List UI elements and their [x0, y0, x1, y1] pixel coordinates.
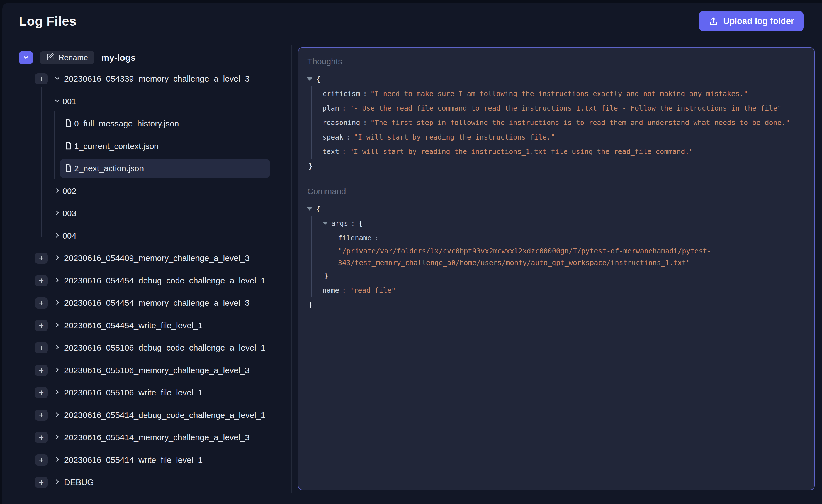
- add-button[interactable]: +: [35, 477, 48, 488]
- page-title: Log Files: [19, 14, 76, 29]
- tree-item-label: 001: [62, 97, 76, 106]
- chevron-right-icon[interactable]: [53, 456, 61, 464]
- tree-item-label: 20230616_055106_debug_code_challenge_a_l…: [64, 343, 265, 353]
- json-colon: :: [346, 133, 350, 141]
- tree-item-label: 20230616_054454_write_file_level_1: [64, 321, 202, 330]
- collapse-triangle-icon[interactable]: [322, 222, 328, 225]
- name-row: name : read_file: [322, 283, 806, 297]
- add-button[interactable]: +: [35, 297, 48, 309]
- add-button[interactable]: +: [35, 320, 48, 331]
- app-window: Log Files Upload log folder: [2, 3, 822, 504]
- json-entry-row: text:I will start by reading the instruc…: [322, 144, 806, 159]
- json-open-brace: {: [316, 205, 321, 213]
- tree-item-label: 1_current_context.json: [74, 141, 159, 151]
- json-value: /private/var/folders/lx/cvc0bpt93vx2mcwx…: [338, 247, 711, 255]
- chevron-right-icon[interactable]: [53, 321, 61, 330]
- tree-item-label: 002: [62, 186, 76, 196]
- add-button[interactable]: +: [35, 387, 48, 398]
- json-value: I need to make sure I am following the i…: [371, 90, 748, 98]
- filename-key-row: filename :: [338, 231, 806, 245]
- header: Log Files Upload log folder: [2, 3, 822, 40]
- tree-item-label: 20230616_054339_memory_challenge_a_level…: [64, 74, 250, 84]
- command-json-viewer: { args : { filename : /private/var/folde…: [307, 202, 806, 312]
- chevron-down-icon[interactable]: [53, 97, 61, 106]
- tree-file-row[interactable]: 2_next_action.json: [2, 157, 289, 180]
- file-icon: [64, 164, 73, 173]
- json-value: - Use the read_file command to read the …: [349, 104, 781, 112]
- tree-folder-row[interactable]: +20230616_054339_memory_challenge_a_leve…: [2, 68, 289, 90]
- tree-item-label: 20230616_055106_write_file_level_1: [64, 388, 202, 397]
- tree-file-row[interactable]: 0_full_message_history.json: [2, 112, 289, 135]
- json-close-row: }: [307, 297, 806, 312]
- upload-icon: [709, 16, 718, 26]
- add-button[interactable]: +: [35, 275, 48, 286]
- collapse-triangle-icon[interactable]: [307, 77, 312, 81]
- tree-folder-row[interactable]: 001: [2, 90, 289, 112]
- tree-folder-row[interactable]: +20230616_055414_debug_code_challenge_a_…: [2, 404, 289, 426]
- json-close-row: }: [307, 159, 806, 173]
- file-icon: [64, 119, 73, 129]
- json-entry-row: plan:- Use the read_file command to read…: [322, 101, 806, 115]
- add-button[interactable]: +: [35, 365, 48, 376]
- chevron-right-icon[interactable]: [53, 478, 61, 487]
- upload-log-folder-button[interactable]: Upload log folder: [699, 11, 804, 31]
- tree-folder-row[interactable]: 002: [2, 180, 289, 202]
- add-button[interactable]: +: [35, 410, 48, 421]
- add-button[interactable]: +: [35, 73, 48, 84]
- command-root-children: args : { filename : /private/var/folders…: [311, 216, 806, 297]
- chevron-right-icon[interactable]: [53, 433, 61, 442]
- collapse-triangle-icon[interactable]: [307, 207, 312, 211]
- tree-item-label: 20230616_054409_memory_challenge_a_level…: [64, 253, 250, 263]
- chevron-down-icon[interactable]: [53, 75, 61, 83]
- args-close-row: }: [322, 268, 806, 283]
- json-key: args: [331, 219, 348, 227]
- add-button[interactable]: +: [35, 432, 48, 443]
- json-close-brace: }: [324, 272, 328, 280]
- chevron-right-icon[interactable]: [53, 411, 61, 419]
- thoughts-entries: criticism:I need to make sure I am follo…: [311, 86, 806, 159]
- chevron-right-icon[interactable]: [53, 276, 61, 285]
- add-button[interactable]: +: [35, 454, 48, 466]
- chevron-right-icon[interactable]: [53, 388, 61, 397]
- tree-folder-row[interactable]: +20230616_055414_memory_challenge_a_leve…: [2, 426, 289, 449]
- chevron-right-icon[interactable]: [53, 344, 61, 352]
- tree-folder-row[interactable]: +DEBUG: [2, 471, 289, 493]
- tree-folder-row[interactable]: 003: [2, 202, 289, 224]
- chevron-right-icon[interactable]: [53, 209, 61, 218]
- tree-folder-row[interactable]: 004: [2, 225, 289, 247]
- chevron-right-icon[interactable]: [53, 254, 61, 263]
- chevron-right-icon[interactable]: [53, 366, 61, 375]
- chevron-right-icon[interactable]: [53, 187, 61, 195]
- tree-file-row[interactable]: 1_current_context.json: [2, 135, 289, 157]
- json-colon: :: [363, 119, 367, 127]
- filename-value-line: 343/test_memory_challenge_a0/home/users/…: [338, 257, 806, 268]
- tree-folder-row[interactable]: +20230616_054454_debug_code_challenge_a_…: [2, 270, 289, 292]
- detail-panel: Thoughts { criticism:I need to make sure…: [298, 47, 815, 490]
- json-value: 343/test_memory_challenge_a0/home/users/…: [338, 259, 690, 267]
- json-key: speak: [322, 133, 343, 141]
- chevron-right-icon[interactable]: [53, 231, 61, 240]
- tree-item-label: 0_full_message_history.json: [74, 119, 179, 128]
- tree-folder-row[interactable]: +20230616_054454_write_file_level_1: [2, 314, 289, 337]
- tree-item-label: 20230616_055414_write_file_level_1: [64, 455, 202, 465]
- add-button[interactable]: +: [35, 342, 48, 353]
- json-value: I will start by reading the instructions…: [354, 133, 555, 141]
- json-key: reasoning: [322, 119, 360, 127]
- tree-folder-row[interactable]: +20230616_055106_write_file_level_1: [2, 381, 289, 404]
- json-colon: :: [342, 286, 346, 294]
- json-key: text: [322, 148, 339, 156]
- chevron-right-icon[interactable]: [53, 299, 61, 307]
- add-button[interactable]: +: [35, 253, 48, 264]
- sidebar-panel-divider: [292, 45, 292, 493]
- tree-folder-row[interactable]: +20230616_055106_memory_challenge_a_leve…: [2, 359, 289, 381]
- tree-folder-row[interactable]: +20230616_055106_debug_code_challenge_a_…: [2, 337, 289, 359]
- tree-folder-row[interactable]: +20230616_054409_memory_challenge_a_leve…: [2, 247, 289, 269]
- json-close-brace: }: [309, 301, 313, 309]
- tree-folder-row[interactable]: +20230616_054454_memory_challenge_a_leve…: [2, 292, 289, 314]
- sidebar: Rename my-logs +20230616_054339_memory_c…: [2, 41, 292, 504]
- tree-item-label: DEBUG: [64, 478, 94, 487]
- tree-item-label: 20230616_055414_debug_code_challenge_a_l…: [64, 410, 265, 420]
- json-open-brace: {: [316, 75, 321, 83]
- json-entry-row: criticism:I need to make sure I am follo…: [322, 86, 806, 101]
- tree-folder-row[interactable]: +20230616_055414_write_file_level_1: [2, 449, 289, 471]
